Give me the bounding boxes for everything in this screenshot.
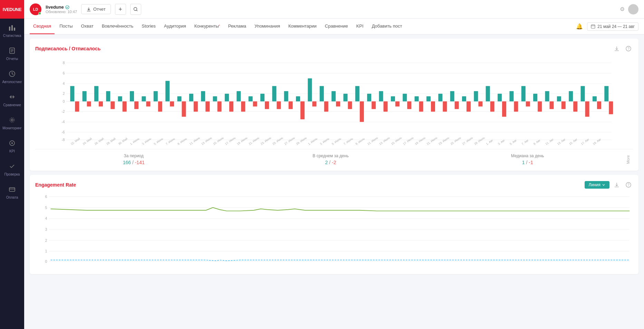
svg-text:15. Июль: 15. Июль (391, 136, 403, 146)
svg-text:5. Июнь: 5. Июнь (153, 137, 164, 146)
sidebar-item-stats[interactable]: Статистика (0, 19, 24, 42)
svg-text:29. Июль: 29. Июль (473, 136, 486, 146)
sidebar-item-payment[interactable]: Оплата (0, 180, 24, 203)
sidebar-item-monitor[interactable]: Мониторинг (0, 111, 24, 134)
svg-rect-104 (218, 101, 222, 112)
svg-text:23. Июль: 23. Июль (438, 136, 450, 146)
stat-median: Медиана за день 1 / -1 (429, 153, 626, 165)
svg-rect-101 (182, 101, 186, 117)
tab-konkurenty[interactable]: Конкуренты• (191, 19, 223, 34)
svg-rect-53 (154, 91, 158, 102)
svg-rect-118 (384, 101, 388, 112)
svg-rect-123 (443, 101, 447, 112)
download-chart-btn[interactable] (612, 44, 621, 53)
svg-rect-84 (521, 86, 526, 102)
svg-text:6: 6 (63, 71, 65, 75)
user-profile-avatar[interactable] (628, 4, 638, 14)
tab-add-post[interactable]: Добавить пост (368, 19, 406, 34)
svg-rect-59 (225, 94, 229, 101)
tab-comments[interactable]: Комментарии (285, 19, 320, 34)
svg-rect-0 (9, 27, 10, 31)
topbar-right: ⚙ (620, 4, 638, 14)
svg-rect-48 (94, 86, 98, 102)
bell-icon[interactable]: 🔔 (576, 23, 583, 30)
svg-point-11 (11, 119, 13, 121)
tab-reklama[interactable]: Реклама (225, 19, 250, 34)
svg-rect-127 (490, 101, 494, 112)
nav-tabs: Сводная Посты Охват Вовлечённость Storie… (24, 19, 644, 34)
svg-rect-99 (158, 101, 162, 112)
svg-text:15. Июнь: 15. Июнь (212, 136, 224, 146)
svg-rect-114 (336, 101, 340, 107)
svg-text:23. Июнь: 23. Июнь (260, 136, 272, 146)
svg-rect-1 (11, 25, 13, 31)
svg-text:-2: -2 (61, 110, 65, 114)
svg-rect-86 (545, 91, 549, 102)
svg-rect-15 (9, 188, 15, 191)
sidebar-item-autopost[interactable]: Автопостинг (0, 65, 24, 88)
sidebar-item-label: Отчеты (6, 57, 18, 61)
svg-text:28. Май: 28. Май (106, 137, 116, 146)
svg-text:17. Авг: 17. Авг (580, 138, 590, 146)
sidebar-item-check[interactable]: Проверка (0, 157, 24, 180)
help-chart-btn[interactable]: ? (624, 44, 633, 53)
tab-svodna[interactable]: Сводная (30, 19, 55, 34)
svg-text:4: 4 (63, 82, 65, 86)
svg-text:17. Июнь: 17. Июнь (224, 136, 237, 146)
svg-text:2: 2 (45, 238, 47, 242)
stat-period: За период 166 / -141 (35, 153, 232, 165)
svg-text:21. Июнь: 21. Июнь (248, 136, 260, 146)
report-button[interactable]: Отчет (81, 4, 111, 14)
svg-text:?: ? (627, 183, 629, 187)
avatar[interactable]: LD (30, 3, 41, 15)
tab-posts[interactable]: Посты (56, 19, 76, 34)
svg-text:30. Май: 30. Май (117, 137, 128, 146)
help-engagement-btn[interactable]: ? (624, 180, 633, 189)
svg-text:5: 5 (45, 206, 47, 210)
chevron-down-icon (602, 183, 605, 187)
svg-rect-57 (201, 91, 205, 102)
svg-rect-67 (320, 86, 324, 102)
stat-avg-label: В среднем за день (313, 153, 348, 158)
stats-icon (7, 23, 17, 32)
svg-text:0: 0 (63, 100, 65, 103)
svg-text:-8: -8 (61, 138, 65, 142)
stat-avg-pos: 2 (325, 160, 328, 165)
svg-rect-55 (177, 96, 181, 101)
sidebar-item-label: Проверка (4, 172, 20, 176)
sidebar-item-compare[interactable]: Сравнение (0, 88, 24, 111)
stat-period-value: 166 / -141 (123, 160, 145, 165)
svg-text:11. Июль: 11. Июль (367, 136, 379, 146)
sidebar-item-kpi[interactable]: KPI (0, 134, 24, 157)
svg-rect-129 (514, 101, 518, 112)
tab-ohvat[interactable]: Охват (78, 19, 97, 34)
line-view-button[interactable]: Линия (585, 181, 609, 189)
add-button[interactable]: + (115, 4, 126, 15)
engagement-section: Engagement Rate Линия ? (30, 175, 638, 274)
tab-auditoriya[interactable]: Аудитория (161, 19, 190, 34)
svg-text:1. Июль: 1. Июль (307, 137, 318, 146)
svg-text:0: 0 (45, 259, 47, 263)
svg-point-17 (66, 6, 69, 9)
payment-icon (7, 185, 17, 194)
svg-text:9. Авг: 9. Авг (533, 139, 541, 146)
svg-rect-97 (134, 101, 138, 109)
compare-icon (7, 92, 17, 102)
svg-text:9. Июнь: 9. Июнь (177, 137, 188, 146)
date-range-badge[interactable]: 21 май 24 — 21 авг (587, 22, 638, 31)
download-engagement-btn[interactable] (612, 180, 621, 189)
svg-text:22. Май: 22. Май (70, 137, 81, 146)
tab-sravnenie[interactable]: Сравнение (321, 19, 352, 34)
search-button[interactable] (130, 4, 141, 15)
more-label-container: More (626, 153, 633, 165)
sidebar-item-reports[interactable]: Отчеты (0, 42, 24, 65)
tab-kpi[interactable]: KPI (353, 19, 367, 34)
svg-rect-133 (561, 101, 566, 109)
settings-icon[interactable]: ⚙ (620, 6, 625, 12)
tab-upom[interactable]: Упоминания (251, 19, 283, 34)
tab-vovlech[interactable]: Вовлечённость (98, 19, 137, 34)
logo[interactable]: IVEDUNE (0, 0, 24, 19)
svg-rect-135 (585, 101, 589, 117)
tab-stories[interactable]: Stories (138, 19, 159, 34)
svg-rect-95 (110, 101, 115, 109)
